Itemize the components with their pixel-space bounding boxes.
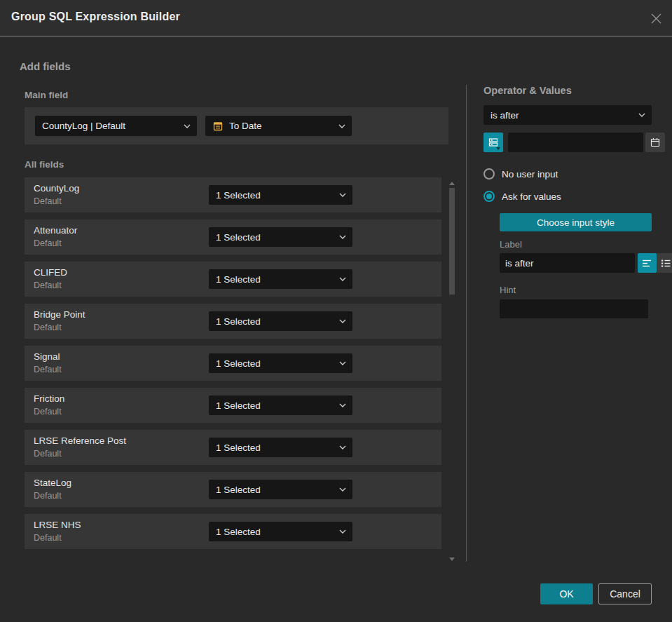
chevron-down-icon: [339, 235, 346, 239]
list-scrollbar[interactable]: [448, 179, 455, 562]
chevron-down-icon: [338, 124, 345, 128]
field-name: CLIFED: [34, 267, 67, 278]
chevron-down-icon: [339, 445, 346, 449]
field-selection-value: 1 Selected: [216, 358, 261, 369]
vertical-divider: [466, 85, 467, 562]
chevron-down-icon: [339, 361, 346, 365]
main-date-dropdown[interactable]: To Date: [205, 116, 352, 136]
ask-for-values-options: Choose input style Label: [500, 212, 652, 318]
field-selection-value: 1 Selected: [216, 232, 261, 243]
field-selection-dropdown[interactable]: 1 Selected: [209, 438, 352, 457]
field-selection-value: 1 Selected: [216, 485, 261, 495]
table-row: Attenuator Default 1 Selected: [25, 219, 441, 255]
field-name: LRSE Reference Post: [34, 435, 126, 446]
field-selection-dropdown[interactable]: 1 Selected: [209, 522, 352, 541]
field-selection-dropdown[interactable]: 1 Selected: [209, 395, 352, 415]
radio-ask-for-values-label: Ask for values: [502, 191, 561, 202]
table-row: CountyLog Default 1 Selected: [25, 177, 441, 212]
ok-button[interactable]: OK: [540, 583, 593, 604]
cancel-button[interactable]: Cancel: [598, 583, 652, 604]
table-row: StateLog Default 1 Selected: [25, 472, 441, 507]
field-selection-value: 1 Selected: [216, 190, 261, 201]
field-name: Friction: [34, 393, 64, 404]
main-date-dropdown-value: To Date: [229, 121, 262, 131]
chevron-down-icon: [339, 193, 346, 197]
chevron-down-icon: [496, 147, 500, 150]
field-selection-value: 1 Selected: [216, 400, 261, 411]
field-type: Default: [34, 449, 62, 459]
add-fields-heading: Add fields: [20, 60, 71, 72]
field-selection-dropdown[interactable]: 1 Selected: [209, 480, 352, 499]
hint-input[interactable]: [500, 299, 648, 318]
field-selection-dropdown[interactable]: 1 Selected: [209, 185, 352, 205]
field-selection-value: 1 Selected: [216, 274, 261, 285]
field-name: Signal: [34, 351, 60, 362]
chevron-down-icon: [339, 277, 346, 281]
field-name: Bridge Point: [34, 309, 85, 320]
user-input-radio-group: No user input Ask for values: [484, 167, 652, 203]
table-row: LRSE Reference Post Default 1 Selected: [25, 430, 441, 465]
field-name: CountyLog: [34, 183, 79, 194]
fields-column: Main field CountyLog | Default To Da: [25, 90, 448, 556]
scrollbar-thumb[interactable]: [449, 188, 455, 295]
field-type: Default: [34, 407, 62, 417]
scrollbar-down-icon[interactable]: [449, 557, 455, 561]
scrollbar-up-icon[interactable]: [449, 182, 455, 185]
table-row: CLIFED Default 1 Selected: [25, 262, 441, 297]
chevron-down-icon: [339, 403, 346, 407]
close-icon[interactable]: [649, 11, 663, 25]
table-row: Bridge Point Default 1 Selected: [25, 304, 441, 339]
label-input[interactable]: [500, 253, 635, 273]
dialog-header: Group SQL Expression Builder: [0, 0, 672, 36]
calendar-icon: [212, 121, 224, 132]
field-type: Default: [34, 533, 62, 543]
field-type: Default: [34, 238, 62, 248]
operator-values-panel: Operator & Values is after: [484, 85, 652, 318]
chevron-down-icon: [638, 113, 645, 117]
table-row: Signal Default 1 Selected: [25, 346, 441, 381]
field-selection-dropdown[interactable]: 1 Selected: [209, 311, 352, 331]
radio-icon: [484, 191, 495, 202]
chevron-down-icon: [339, 529, 346, 534]
operator-dropdown[interactable]: is after: [484, 105, 652, 125]
hint-field-label: Hint: [500, 285, 652, 295]
label-style-toggle-group: [638, 253, 672, 273]
radio-no-user-input[interactable]: No user input: [484, 167, 652, 181]
chevron-down-icon: [339, 319, 346, 323]
operator-values-heading: Operator & Values: [484, 85, 652, 96]
table-row: LRSE NHS Default 1 Selected: [25, 514, 441, 549]
list-icon[interactable]: [657, 253, 672, 273]
operator-dropdown-value: is after: [491, 110, 519, 121]
dialog-title: Group SQL Expression Builder: [11, 11, 180, 23]
field-selection-dropdown[interactable]: 1 Selected: [209, 353, 352, 373]
main-field-panel: CountyLog | Default To Date: [25, 107, 448, 144]
align-left-icon[interactable]: [638, 253, 657, 273]
main-field-label: Main field: [25, 90, 448, 100]
field-name: LRSE NHS: [34, 520, 81, 530]
calendar-icon[interactable]: [645, 133, 665, 152]
field-selection-dropdown[interactable]: 1 Selected: [209, 227, 352, 247]
field-type: Default: [34, 323, 62, 332]
table-row: Friction Default 1 Selected: [25, 388, 441, 423]
radio-ask-for-values[interactable]: Ask for values: [484, 189, 652, 203]
field-type: Default: [34, 280, 62, 290]
date-value-input[interactable]: [508, 133, 643, 152]
all-fields-list: CountyLog Default 1 Selected Attenuator …: [25, 177, 441, 549]
choose-input-style-button[interactable]: Choose input style: [500, 213, 652, 231]
main-field-dropdown[interactable]: CountyLog | Default: [35, 116, 197, 136]
field-selection-value: 1 Selected: [216, 442, 261, 453]
field-name: Attenuator: [34, 225, 77, 236]
chevron-down-icon: [184, 124, 191, 128]
all-fields-label: All fields: [25, 159, 448, 170]
field-type: Default: [34, 196, 62, 206]
field-type: Default: [34, 365, 62, 374]
stack-values-icon[interactable]: [484, 133, 503, 152]
dialog-footer: OK Cancel: [540, 583, 652, 604]
label-input-row: [500, 253, 652, 273]
radio-no-user-input-label: No user input: [502, 169, 558, 180]
field-selection-dropdown[interactable]: 1 Selected: [209, 269, 352, 289]
main-field-dropdown-value: CountyLog | Default: [42, 121, 125, 131]
field-selection-value: 1 Selected: [216, 527, 261, 537]
group-sql-expression-builder-dialog: Group SQL Expression Builder Add fields …: [0, 0, 672, 622]
label-field-label: Label: [500, 239, 652, 250]
